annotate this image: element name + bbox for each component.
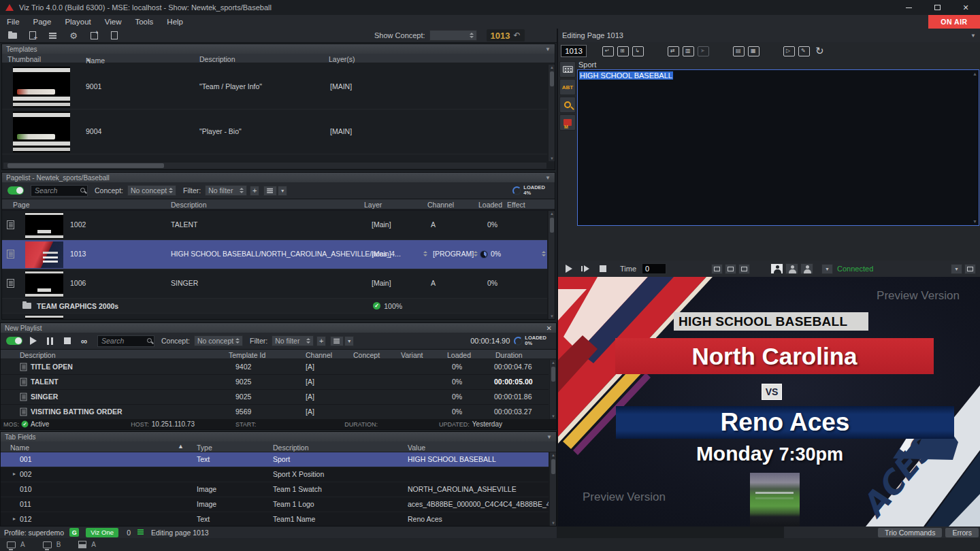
playlist-vertical-scrollbar[interactable] xyxy=(549,360,556,419)
col-layer[interactable]: Layer xyxy=(364,201,382,209)
preview-channel-dropdown[interactable]: ▼ xyxy=(821,264,833,274)
page-row-partial[interactable] xyxy=(2,314,547,319)
refresh-icon[interactable]: ↻ xyxy=(815,45,824,57)
template-row[interactable]: 9004 "Player - Bio" [MAIN] xyxy=(2,110,547,154)
col-value[interactable]: Value xyxy=(408,444,425,452)
time-input[interactable] xyxy=(642,263,666,274)
collapse-icon[interactable]: ▼ xyxy=(545,175,551,181)
pages-button[interactable]: ▥ xyxy=(683,46,694,56)
col-channel[interactable]: Channel xyxy=(427,201,454,209)
menu-view[interactable]: View xyxy=(98,15,129,29)
open-show-button[interactable] xyxy=(4,30,20,41)
layer-spinner-icon[interactable] xyxy=(423,251,427,256)
collapse-icon[interactable]: ▼ xyxy=(970,33,976,39)
templates-horizontal-scrollbar[interactable] xyxy=(3,163,546,169)
scroll-up-icon[interactable]: ▲ xyxy=(973,71,977,76)
menu-help[interactable]: Help xyxy=(160,15,190,29)
page-row[interactable]: 1002 TALENT [Main] A 0% xyxy=(2,211,547,240)
col-effect[interactable]: Effect xyxy=(507,201,525,209)
filter-dropdown[interactable]: No filter xyxy=(272,335,314,346)
monitor-icon[interactable] xyxy=(7,541,16,548)
concept-dropdown[interactable]: No concept xyxy=(194,335,243,346)
col-name[interactable]: Name xyxy=(10,444,29,452)
stop-button[interactable] xyxy=(61,335,74,347)
view-mode-button[interactable] xyxy=(330,336,344,346)
tab-field-row[interactable]: ▸ 002 Sport X Position xyxy=(1,467,549,482)
preview-stop-button[interactable] xyxy=(596,263,609,275)
import-button[interactable] xyxy=(86,30,102,41)
col-description[interactable]: Description xyxy=(20,351,56,359)
text-format-button[interactable]: ABT xyxy=(559,79,576,95)
concept-dropdown[interactable]: No concept xyxy=(127,185,176,196)
col-page[interactable]: Page xyxy=(13,201,30,209)
image-button[interactable] xyxy=(559,114,576,131)
script-button[interactable] xyxy=(559,97,576,113)
key-preview-button-active[interactable] xyxy=(770,263,783,274)
col-description[interactable]: Description xyxy=(273,444,309,452)
pause-button[interactable] xyxy=(44,335,56,347)
tab-field-row[interactable]: 011 Image Team 1 Logo aces_4B88BE_000000… xyxy=(1,497,549,512)
page-add-button[interactable]: ⊞ xyxy=(617,46,629,56)
col-loaded[interactable]: Loaded xyxy=(478,201,502,209)
add-filter-button[interactable]: + xyxy=(250,186,259,196)
restore-button[interactable] xyxy=(923,0,951,15)
loop-button[interactable]: ∞ xyxy=(78,335,91,347)
tab-fields-vertical-scrollbar[interactable] xyxy=(549,452,556,526)
errors-button[interactable]: Errors xyxy=(945,528,979,537)
effect-spinner-icon[interactable] xyxy=(542,251,546,256)
menu-page[interactable]: Page xyxy=(27,15,59,29)
add-filter-button[interactable]: + xyxy=(316,336,326,346)
safe-area-button[interactable] xyxy=(711,264,723,274)
page-row-selected[interactable]: 1013 HIGH SCHOOL BASEBALL/NORTH_CAROLINA… xyxy=(2,240,547,269)
pagelist-enable-toggle[interactable] xyxy=(7,186,24,195)
templates-vertical-scrollbar[interactable] xyxy=(548,65,555,161)
transition-button[interactable]: ⇄ xyxy=(668,46,679,56)
settings-button[interactable]: ⚙ xyxy=(65,30,82,41)
monitor-icon[interactable] xyxy=(43,541,52,548)
play-button[interactable] xyxy=(27,335,39,347)
col-thumbnail[interactable]: Thumbnail xyxy=(7,55,41,63)
expander-icon[interactable]: ▸ xyxy=(13,471,16,477)
cursor-button[interactable]: ➤ xyxy=(698,46,709,56)
minimize-button[interactable] xyxy=(894,0,923,15)
undo-icon[interactable]: ↶ xyxy=(514,31,521,40)
editor-page-field[interactable] xyxy=(561,45,587,57)
col-layers[interactable]: Layer(s) xyxy=(329,55,355,63)
playlist-row[interactable]: TALENT 9025 [A] 0% 00:00:05.00 xyxy=(1,375,549,390)
col-channel[interactable]: Channel xyxy=(306,351,332,359)
col-variant[interactable]: Variant xyxy=(401,351,423,359)
scroll-down-icon[interactable]: ▼ xyxy=(973,219,977,224)
close-button[interactable]: ✕ xyxy=(951,0,980,15)
new-page-button[interactable] xyxy=(24,30,41,41)
page-out-button[interactable]: ↳ xyxy=(632,46,644,56)
view-mode-dropdown[interactable] xyxy=(344,336,354,346)
export-button[interactable] xyxy=(106,30,122,41)
combined-preview-button[interactable] xyxy=(800,263,813,274)
keyboard-button[interactable] xyxy=(559,61,576,78)
col-description[interactable]: Description xyxy=(171,201,207,209)
trio-commands-button[interactable]: Trio Commands xyxy=(878,528,942,537)
page-row[interactable]: 1006 SINGER [Main] A 0% xyxy=(2,269,547,299)
video-icon[interactable] xyxy=(78,541,86,548)
channel-spinner-icon[interactable] xyxy=(474,251,478,256)
collapse-icon[interactable]: ▼ xyxy=(545,46,551,52)
grid-button[interactable] xyxy=(738,264,750,274)
menu-file[interactable]: File xyxy=(0,15,27,29)
tab-field-row[interactable]: ▸ 012 Text Team1 Name Reno Aces xyxy=(1,512,549,526)
folder-row[interactable]: TEAM GRAPHICS 2000s ✓ 100% xyxy=(2,299,547,314)
show-concept-dropdown[interactable] xyxy=(429,30,477,41)
filter-dropdown[interactable]: No filter xyxy=(205,185,247,196)
pagelist-search-input[interactable] xyxy=(31,185,88,197)
send-button[interactable]: ▷ xyxy=(783,46,795,56)
preview-step-button[interactable] xyxy=(579,263,592,275)
expander-icon[interactable]: ▸ xyxy=(13,516,16,522)
template-row[interactable]: 9001 "Team / Player Info" [MAIN] xyxy=(2,65,547,110)
collapse-icon[interactable]: ▼ xyxy=(546,434,552,440)
view-mode-dropdown[interactable] xyxy=(278,186,287,196)
menu-playout[interactable]: Playout xyxy=(58,15,97,29)
preview-options-dropdown[interactable]: ▼ xyxy=(951,264,962,274)
playlist-row[interactable]: TITLE OPEN 9402 [A] 0% 00:00:04.76 xyxy=(1,360,549,375)
col-duration[interactable]: Duration xyxy=(495,351,523,359)
save-as-button[interactable]: ▦ xyxy=(748,46,760,56)
close-icon[interactable]: ✕ xyxy=(546,324,552,332)
